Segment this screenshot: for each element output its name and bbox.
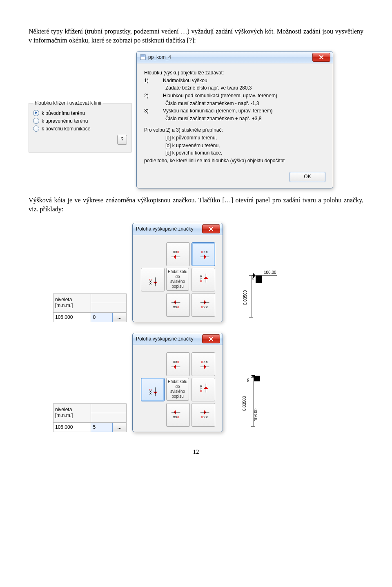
info-n1a: Nadmořskou výškou [163,78,207,83]
info-mo3: [o] k povrchu komunikace, [144,149,325,157]
niveleta-h1b: niveleta [55,407,72,412]
info-n2a: Hloubkou pod komunikací (terénem, uprav.… [163,93,277,99]
svg-text:0.03500: 0.03500 [242,396,247,411]
info-n3a: Výškou nad komunikací (terénem, uprav. t… [163,108,273,114]
close-icon [209,336,214,341]
svg-marker-48 [174,410,176,414]
svg-marker-32 [174,364,176,369]
app-icon [140,54,146,60]
marker-center-text-b[interactable]: Přidat kótu do svislého popisu [166,378,189,401]
svg-text:0: 0 [177,360,179,364]
svg-text:XX: XX [173,305,177,309]
svg-text:0: 0 [199,280,203,282]
marker-icon: XX 0 [196,249,211,259]
paragraph-marker: Výšková kóta je ve výkrese znázorněna vý… [29,196,363,213]
svg-text:XX: XX [199,385,203,389]
marker-top-right-b[interactable]: XX0 [192,352,215,376]
svg-text:0: 0 [149,388,152,390]
marker-bot-right[interactable]: XX 0 [192,293,215,317]
radio-upraveny[interactable] [33,118,39,124]
svg-text:XX: XX [203,415,208,419]
niveleta-h1: niveleta [55,297,72,302]
page-number: 12 [29,448,363,455]
info-tail: podle toho, ke které linii se má hloubka… [144,157,325,165]
dialog-info: pp_kom_4 Hloubku (výšku) objektu lze zad… [136,51,333,188]
svg-text:XX: XX [203,305,208,309]
marker-mid-right-b[interactable]: XX0 [192,378,215,401]
niveleta-panel-b: niveleta [m.n.m.] 106.000 5 ... [53,403,127,432]
svg-text:XX: XX [203,250,208,254]
niveleta-panel-a: niveleta [m.n.m.] 106.000 0 ... [53,294,127,322]
svg-text:0: 0 [177,415,179,419]
marker-bot-left[interactable]: XX 0 [166,293,190,317]
svg-text:0: 0 [201,415,203,419]
svg-text:XX: XX [149,390,152,394]
radio-puvodni[interactable] [33,110,39,116]
svg-marker-2 [174,254,176,259]
marker-mid-right[interactable]: XX 0 [192,268,215,291]
paragraph-intro: Některé typy křížení (trubní propustky, … [29,27,363,45]
marker-icon: XX 0 [171,249,185,259]
svg-text:106.00: 106.00 [254,408,258,421]
svg-text:0: 0 [177,250,179,254]
niveleta-h2b: [m.n.m.] [55,412,73,418]
marker-top-right-selected[interactable]: XX 0 [192,242,215,266]
close-icon [209,226,214,231]
marker-palette-b: Poloha výškopisné značky XX0 XX0 XX0 [132,333,223,432]
schematic-a: 106.00 NV 0.03500 [229,264,278,322]
marker-palette-a: Poloha výškopisné značky XX 0 [132,223,223,322]
svg-text:0: 0 [149,278,152,280]
radio-povrch[interactable] [33,125,39,132]
radio-row-povrch[interactable]: k povrchu komunikace [33,125,127,132]
marker-top-left[interactable]: XX 0 [166,242,190,266]
schematic-side-a: 0.03500 [243,290,247,305]
niveleta-ellipsis-b[interactable]: ... [113,422,127,432]
marker-bot-right-b[interactable]: XX0 [192,403,215,427]
marker-top-left-b[interactable]: XX0 [166,352,190,376]
titlebar: pp_kom_4 [137,52,333,63]
svg-rect-30 [256,276,262,283]
radio-puvodni-label: k původnímu terénu [42,110,85,116]
svg-text:0: 0 [177,305,179,309]
niveleta-poly-a[interactable]: 0 [91,312,113,322]
marker-icon: XX 0 [196,300,211,309]
niveleta-ellipsis-a[interactable]: ... [113,312,127,322]
svg-text:XX: XX [199,275,203,279]
help-button[interactable]: ? [117,135,127,145]
palette-close-a[interactable] [202,224,220,233]
info-n1b: Zadáte běžné číslo např. ve tvaru 280,3 [144,84,325,92]
svg-rect-62 [254,376,260,381]
info-mid: Pro volbu 2) a 3) stiskněte přepínač: [144,126,325,134]
niveleta-poly-b[interactable]: 5 [91,422,113,432]
marker-center-text[interactable]: Přidat kótu do svislého popisu [166,268,189,291]
radio-row-upraveny[interactable]: k upravenému terénu [33,118,127,124]
ok-button[interactable]: OK [290,172,325,182]
marker-mid-left[interactable]: XX 0 [141,268,165,291]
schematic-top: 106.00 [264,270,276,275]
niveleta-value-b[interactable]: 106.000 [53,422,91,432]
info-mo2: [o] k upravenému terénu, [144,142,325,150]
niveleta-value-a[interactable]: 106.000 [53,312,91,322]
info-n2: 2) [144,92,163,100]
radio-row-puvodni[interactable]: k původnímu terénu [33,110,127,116]
info-n3b: Číslo musí začínat znaménkem + např. +3,… [144,115,325,123]
marker-bot-left-b[interactable]: XX0 [166,403,190,427]
svg-text:0: 0 [201,250,203,254]
close-icon [319,55,324,60]
groupbox-hloubka: hloubku křížení uvažovat k linii k původ… [29,100,131,152]
close-button[interactable] [312,53,330,62]
marker-icon: XX 0 [171,300,185,309]
info-n2b: Číslo musí začínat znaménkem - např. -1,… [144,100,325,108]
schematic-b: NV 0.03500 106.00 [229,370,270,432]
svg-text:0: 0 [199,390,203,392]
svg-text:XX: XX [149,280,152,285]
marker-mid-left-b-selected[interactable]: XX0 [141,378,165,401]
svg-marker-52 [204,410,206,414]
palette-close-b[interactable] [202,334,220,343]
svg-marker-6 [204,254,206,259]
info-heading: Hloubku (výšku) objektu lze zadávat: [144,69,325,77]
svg-text:XX: XX [203,360,208,364]
info-mo1: [o] k původnímu terénu, [144,134,325,142]
svg-text:NV: NV [246,377,250,382]
svg-text:0: 0 [201,360,203,364]
